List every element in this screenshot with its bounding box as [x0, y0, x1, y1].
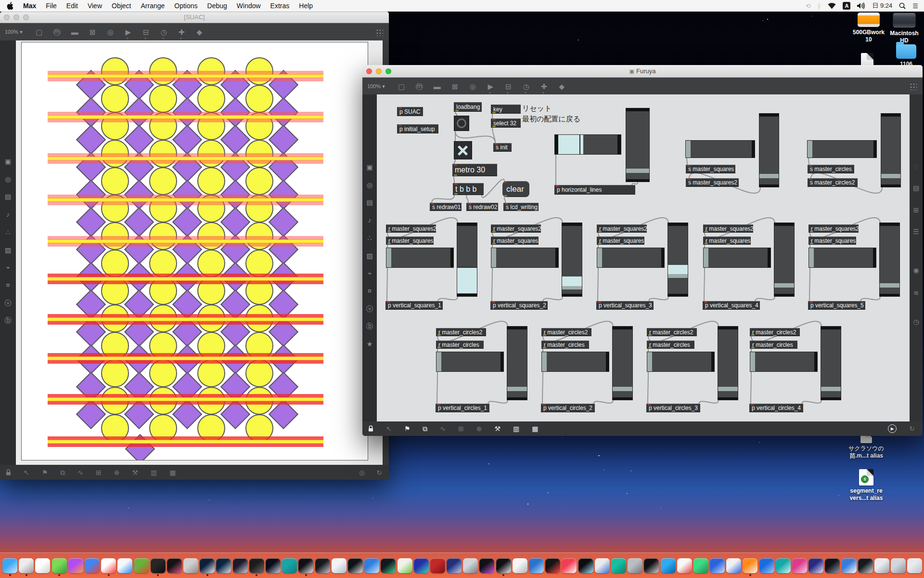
add-object-icon[interactable]: ✚▾: [173, 28, 191, 36]
dock-icon-chrome[interactable]: [85, 558, 100, 573]
v-slider-silver-low[interactable]: [718, 326, 738, 400]
dock-icon-film-reel[interactable]: [430, 558, 445, 573]
image-icon[interactable]: ▨: [362, 252, 377, 260]
h-slider-silver-left[interactable]: [541, 352, 609, 372]
compass-icon[interactable]: ◎: [359, 469, 365, 476]
dock-icon-finder[interactable]: [2, 558, 17, 573]
dock-icon-safari[interactable]: [117, 558, 132, 573]
vizzie-icon[interactable]: ⓥ: [362, 305, 377, 314]
dock-icon-galaxy[interactable]: [266, 558, 281, 573]
input-source-icon[interactable]: A: [843, 2, 850, 10]
menu-item-debug[interactable]: Debug: [203, 0, 232, 12]
object-box-r-master_squares2[interactable]: r master_squares2: [597, 224, 647, 233]
object-box-p-vertical_circles_1[interactable]: p vertical_circles_1: [436, 404, 489, 412]
dock-icon-app[interactable]: [825, 558, 840, 573]
dock-icon-vivaldi[interactable]: [101, 558, 116, 573]
object-box-p-vertical_squares_4[interactable]: p vertical_squares_4: [703, 301, 760, 310]
v-slider-silver-low[interactable]: [612, 326, 633, 400]
object-box-r-master_squares[interactable]: r master_squares: [491, 236, 539, 245]
new-playbar-icon[interactable]: ▶▾: [482, 83, 500, 90]
vizzie-icon[interactable]: ⓥ: [0, 299, 16, 308]
dock-icon-app[interactable]: [19, 558, 34, 573]
package-icon[interactable]: ▣: [362, 163, 377, 171]
object-box-p-vertical_circles_3[interactable]: p vertical_circles_3: [646, 404, 700, 412]
dock-icon-trash[interactable]: [907, 558, 922, 573]
keyboard-icon[interactable]: ▤: [362, 198, 377, 206]
dock-icon-app[interactable]: [529, 558, 544, 573]
object-box-key[interactable]: key: [491, 105, 521, 114]
v-slider-blue-big[interactable]: [457, 223, 477, 297]
layers-icon[interactable]: ⧉: [423, 425, 427, 432]
object-box-s-redraw01[interactable]: s redraw01: [430, 203, 462, 211]
dock-icon-firefox[interactable]: [68, 558, 83, 573]
new-message-icon[interactable]: ⓜ: [48, 28, 66, 36]
h-slider-silver-left[interactable]: [436, 352, 504, 372]
object-browser-icon[interactable]: [909, 82, 917, 90]
new-number-icon[interactable]: ◎: [102, 28, 119, 36]
dock-icon-fontforge[interactable]: [134, 558, 149, 573]
dock-icon-app[interactable]: [479, 558, 494, 573]
v-slider-silver-low[interactable]: [759, 113, 779, 187]
reference-icon[interactable]: ▤: [910, 184, 923, 192]
h-slider-silver-left[interactable]: [808, 248, 876, 268]
new-comment-icon[interactable]: ▬: [428, 83, 446, 90]
menu-item-view[interactable]: View: [83, 0, 107, 12]
object-box-s-master_squares2[interactable]: s master_squares2: [686, 178, 739, 187]
dock-icon-app[interactable]: [858, 558, 873, 573]
object-box-r-master_squares[interactable]: r master_squares: [597, 236, 644, 245]
desktop-icon-1106[interactable]: 1106: [888, 44, 924, 68]
object-box-r-master_squares[interactable]: r master_squares: [386, 236, 434, 245]
package-icon[interactable]: ▣: [0, 158, 16, 165]
object-box-r-master_circles[interactable]: r master_circles: [750, 341, 797, 349]
object-box-t-b-b-b[interactable]: t b b b: [453, 183, 484, 195]
object-box-r-master_squares2[interactable]: r master_squares2: [808, 224, 859, 233]
lock-icon[interactable]: [6, 469, 11, 476]
titlebar[interactable]: ▣Furuya: [362, 65, 923, 78]
select-arrow-icon[interactable]: ↖: [386, 425, 392, 432]
pad-grid-icon[interactable]: ▦: [532, 425, 538, 432]
menu-item-help[interactable]: Help: [294, 0, 318, 12]
grid-browser-icon[interactable]: ⊞: [910, 206, 923, 214]
object-box-r-master_circles2[interactable]: r master_circles2: [541, 328, 591, 336]
desktop-icon-segment-alias[interactable]: 8 segment_re vers...t alias: [842, 469, 890, 502]
object-box-p-initial_setup[interactable]: p initial_setup: [397, 124, 438, 133]
dock-icon-launchpad[interactable]: [874, 558, 889, 573]
attachment-icon[interactable]: ⌁: [362, 269, 377, 277]
midi-route-icon[interactable]: ∴: [362, 234, 377, 242]
bluetooth-icon[interactable]: ᛒ: [818, 2, 821, 10]
dock-icon-documents[interactable]: [891, 558, 906, 573]
object-box-r-master_squares2[interactable]: r master_squares2: [386, 224, 436, 233]
zoom-selector[interactable]: 100% ▾: [367, 83, 385, 90]
dock-icon-curve-app[interactable]: [398, 558, 412, 573]
dock-icon-app[interactable]: [759, 558, 774, 573]
zoom-selector[interactable]: 100% ▾: [5, 29, 23, 35]
v-slider-silver-low[interactable]: [881, 113, 901, 187]
dock-icon-gear-app[interactable]: [628, 558, 642, 573]
add-object-icon[interactable]: ✚▾: [535, 83, 553, 90]
object-box-r-master_squares[interactable]: r master_squares: [808, 236, 856, 245]
console-list-icon[interactable]: ☰: [910, 228, 923, 236]
dock-icon-device[interactable]: [315, 558, 330, 573]
menu-item-options[interactable]: Options: [169, 0, 202, 12]
object-box-p-vertical_squares_3[interactable]: p vertical_squares_3: [596, 301, 654, 310]
menu-item-edit[interactable]: Edit: [62, 0, 83, 12]
dock-icon-app[interactable]: [842, 558, 857, 573]
v-slider-blue-mid[interactable]: [667, 223, 688, 297]
patchcords-icon[interactable]: ∿: [77, 469, 83, 476]
new-slider-icon[interactable]: ⊟▾: [500, 83, 517, 90]
v-slider-silver-low[interactable]: [879, 223, 900, 297]
menu-item-object[interactable]: Object: [107, 0, 136, 12]
patcher-window-suac[interactable]: [SUAC] 100% ▾ ▢ⓜ▬⊠◎▶▾⊟▾◷▾✚▾◆ ▣◎▤♪∴▨⌁¤ⓥⓑ …: [0, 12, 389, 480]
object-box-s-master_circles[interactable]: s master_circles: [808, 165, 854, 173]
clip-icon[interactable]: ⊕: [476, 425, 482, 432]
patcher-canvas[interactable]: p SUACp initial_setuploadbangkeyselect 3…: [377, 94, 910, 421]
object-box-r-master_circles2[interactable]: r master_circles2: [647, 328, 697, 336]
dock-icon-fan-app[interactable]: [332, 558, 346, 573]
power-icon[interactable]: ↻: [909, 425, 915, 432]
presentation-flag-icon[interactable]: ⚑: [42, 469, 48, 476]
dock-icon-app[interactable]: [513, 558, 527, 573]
object-box-p-SUAC[interactable]: p SUAC: [397, 107, 423, 116]
paint-bucket-icon[interactable]: ◆: [553, 83, 571, 90]
object-browser-icon[interactable]: [375, 28, 383, 36]
h-slider-silver-left[interactable]: [685, 140, 755, 158]
